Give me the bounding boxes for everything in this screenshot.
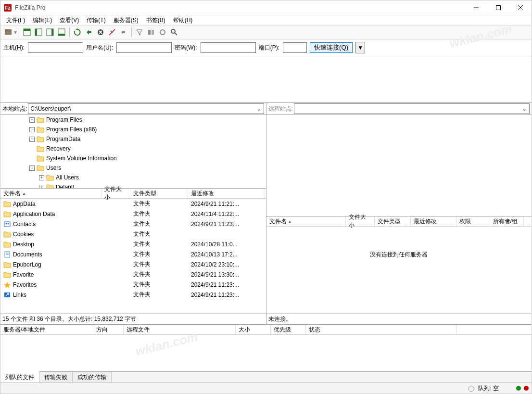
tree-expander-icon[interactable]: − — [29, 165, 35, 171]
pass-input[interactable] — [201, 42, 256, 53]
queue-tab[interactable]: 成功的传输 — [73, 372, 112, 382]
menu-item[interactable]: 查看(V) — [56, 15, 83, 25]
port-label: 端口(P): — [259, 44, 279, 52]
column-header[interactable]: 优先级 — [271, 325, 306, 334]
close-button[interactable] — [509, 0, 532, 15]
site-manager-icon[interactable] — [3, 27, 13, 38]
file-row[interactable]: Application Data文件夹2024/11/4 11:22:... — [0, 209, 266, 219]
tree-node[interactable]: System Volume Information — [0, 153, 266, 163]
queue-tab[interactable]: 传输失败 — [39, 372, 73, 382]
folder-icon — [37, 126, 44, 133]
tree-node[interactable]: +Default — [0, 182, 266, 189]
cancel-icon[interactable] — [95, 27, 106, 38]
tree-expander-icon[interactable]: + — [39, 175, 44, 180]
queue-body[interactable] — [0, 335, 532, 371]
statusbar: ◯ 队列: 空 — [0, 382, 532, 394]
maximize-button[interactable] — [487, 0, 509, 15]
column-header[interactable]: 文件大小 — [346, 216, 375, 226]
column-header[interactable]: 最近修改 — [188, 189, 265, 198]
tree-node[interactable]: +Program Files (x86) — [0, 125, 266, 134]
menu-item[interactable]: 传输(T) — [83, 15, 109, 25]
message-log[interactable] — [0, 56, 532, 103]
menu-item[interactable]: 编辑(E) — [29, 15, 56, 25]
toggle-log-icon[interactable] — [22, 27, 32, 38]
menu-item[interactable]: 服务器(S) — [110, 15, 142, 25]
toggle-queue-icon[interactable] — [56, 27, 67, 38]
toggle-remote-tree-icon[interactable] — [45, 27, 55, 38]
chevron-down-icon[interactable]: ⌄ — [520, 105, 528, 113]
disconnect-icon[interactable] — [107, 27, 117, 38]
local-tree[interactable]: +Program Files+Program Files (x86)+Progr… — [0, 115, 266, 189]
column-header[interactable]: 文件类型 — [130, 189, 188, 198]
file-icon — [3, 241, 11, 248]
svg-point-22 — [171, 29, 175, 33]
column-header[interactable]: 最近修改 — [411, 216, 456, 226]
compare-icon[interactable] — [146, 27, 156, 38]
quickconnect-dropdown-icon[interactable]: ▼ — [355, 42, 365, 53]
quickconnect-button[interactable]: 快速连接(Q) — [310, 42, 353, 53]
tree-expander-icon[interactable]: + — [39, 185, 44, 189]
file-row[interactable]: Contacts文件夹2024/9/21 11:23:... — [0, 219, 266, 229]
search-icon[interactable] — [169, 27, 179, 38]
column-header[interactable]: 大小 — [236, 325, 271, 334]
folder-icon — [37, 165, 44, 171]
remote-tree[interactable] — [266, 115, 532, 216]
reconnect-icon[interactable] — [118, 27, 129, 38]
menu-item[interactable]: 文件(F) — [2, 15, 29, 25]
tree-node[interactable]: Recovery — [0, 144, 266, 153]
file-row[interactable]: EpuborLog文件夹2024/10/2 23:10:... — [0, 259, 266, 269]
file-row[interactable]: Links文件夹2024/9/21 11:23:... — [0, 290, 266, 300]
column-header[interactable]: 所有者/组 — [490, 216, 524, 226]
refresh-icon[interactable] — [72, 27, 83, 38]
file-row[interactable]: Favorite文件夹2024/9/21 13:30:... — [0, 269, 266, 280]
column-header[interactable]: 服务器/本地文件 — [0, 325, 93, 334]
column-header[interactable]: 方向 — [93, 325, 124, 334]
svg-rect-19 — [148, 30, 151, 35]
status-dot-green — [516, 386, 521, 391]
sync-icon[interactable] — [157, 27, 168, 38]
column-header[interactable]: 文件名▲ — [266, 216, 346, 226]
tree-node[interactable]: +ProgramData — [0, 134, 266, 144]
column-header[interactable]: 文件名▲ — [0, 189, 101, 198]
queue-tab[interactable]: 列队的文件 — [0, 371, 39, 382]
column-header[interactable]: 远程文件 — [124, 325, 236, 334]
folder-icon — [37, 155, 44, 162]
column-header[interactable]: 状态 — [306, 325, 456, 334]
file-row[interactable]: Favorites文件夹2024/9/21 11:23:... — [0, 280, 266, 290]
port-input[interactable] — [283, 42, 307, 53]
filter-icon[interactable] — [134, 27, 145, 38]
user-input[interactable] — [116, 42, 172, 53]
toggle-local-tree-icon[interactable] — [33, 27, 44, 38]
tree-node[interactable]: +All Users — [0, 173, 266, 182]
tree-expander-icon[interactable]: + — [29, 137, 35, 142]
remote-path-input[interactable]: ⌄ — [294, 103, 530, 114]
host-input[interactable] — [28, 42, 83, 53]
file-row[interactable]: Cookies文件夹 — [0, 229, 266, 239]
minimize-button[interactable] — [465, 0, 487, 15]
pass-label: 密码(W): — [175, 44, 197, 52]
file-row[interactable]: AppData文件夹2024/9/21 11:21:... — [0, 199, 266, 209]
tree-node[interactable]: −Users — [0, 163, 266, 173]
svg-rect-8 — [24, 29, 30, 31]
lock-icon: ◯ — [468, 385, 474, 392]
tree-expander-icon[interactable]: + — [29, 117, 35, 123]
titlebar: Fz FileZilla Pro — [0, 0, 532, 15]
chevron-down-icon[interactable]: ⌄ — [255, 105, 263, 113]
local-file-list[interactable]: 文件名▲文件大小文件类型最近修改 AppData文件夹2024/9/21 11:… — [0, 189, 266, 313]
menu-item[interactable]: 帮助(H) — [169, 15, 197, 25]
file-icon — [3, 281, 11, 288]
column-header[interactable]: 权限 — [456, 216, 490, 226]
svg-line-23 — [175, 33, 177, 35]
file-row[interactable]: Documents文件夹2024/10/13 17:2... — [0, 249, 266, 259]
transfer-queue: 服务器/本地文件方向远程文件大小优先级状态 列队的文件传输失败成功的传输 — [0, 324, 532, 382]
svg-rect-5 — [5, 31, 12, 33]
column-header[interactable]: 文件大小 — [101, 189, 130, 198]
column-header[interactable]: 文件类型 — [375, 216, 411, 226]
process-queue-icon[interactable] — [84, 27, 94, 38]
local-path-input[interactable]: C:\Users\euper\⌄ — [28, 103, 264, 114]
tree-node[interactable]: +Program Files — [0, 115, 266, 125]
menu-item[interactable]: 书签(B) — [142, 15, 169, 25]
tree-expander-icon[interactable]: + — [29, 127, 35, 132]
remote-file-list[interactable]: 文件名▲文件大小文件类型最近修改权限所有者/组 没有连接到任何服务器 — [266, 216, 532, 313]
file-row[interactable]: Desktop文件夹2024/10/28 11:0... — [0, 239, 266, 249]
